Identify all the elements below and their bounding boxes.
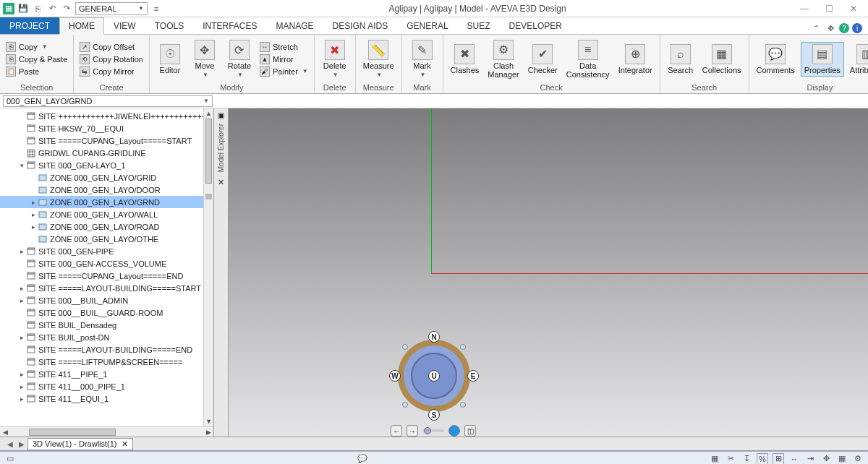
tree-node[interactable]: SITE HKSW_70__EQUI <box>0 122 213 134</box>
stretch-button[interactable]: ↔Stretch <box>258 41 310 53</box>
scroll-down-icon[interactable]: ▼ <box>204 416 213 426</box>
editor-button[interactable]: ☉Editor <box>154 43 186 76</box>
tab-developer[interactable]: DEVELOPER <box>500 17 571 34</box>
tab-tools[interactable]: TOOLS <box>145 17 193 34</box>
layout-icon[interactable]: ✥ <box>825 22 836 34</box>
scroll-grip[interactable] <box>205 194 212 199</box>
status-tool-6-icon[interactable]: ↔ <box>788 453 800 465</box>
tab-general[interactable]: GENERAL <box>397 17 457 34</box>
compass-west[interactable]: W <box>389 370 401 382</box>
tree-node[interactable]: ▸ SITE 411__PIPE_1 <box>0 368 213 380</box>
copy-button[interactable]: ⎘Copy▼ <box>4 41 69 53</box>
data-consistency-button[interactable]: ≡Data Consistency <box>563 38 613 80</box>
tab-home[interactable]: HOME <box>59 17 104 35</box>
tree-node[interactable]: ▸ SITE 411__000_PIPE_1 <box>0 380 213 392</box>
tab-suez[interactable]: SUEZ <box>458 17 500 34</box>
status-tool-5-icon[interactable]: ⊞ <box>773 453 784 465</box>
tree-expand-icon[interactable]: ▸ <box>17 371 26 378</box>
scroll-up-icon[interactable]: ▲ <box>204 108 213 119</box>
tree-node[interactable]: ZONE 000_GEN_LAYO/GRID <box>0 171 213 184</box>
collections-button[interactable]: ▦Collections <box>699 43 744 76</box>
status-settings-icon[interactable]: ⚙ <box>852 453 864 465</box>
tree-expand-icon[interactable]: ▸ <box>29 199 38 206</box>
tree-node[interactable]: ▸ ZONE 000_GEN_LAYO/WALL <box>0 208 213 220</box>
nav-prev-icon[interactable]: ← <box>391 425 402 437</box>
compass-handle-nw[interactable] <box>402 344 408 350</box>
tree-node[interactable]: ▸ SITE =====LAYOUT-BUILDING=====START <box>0 282 213 294</box>
tree-node[interactable]: ▸ ZONE 000_GEN_LAYO/GRND <box>0 196 213 208</box>
tree-node[interactable]: GRIDWL CUPANG-GRIDLINE <box>0 147 213 159</box>
status-messages-icon[interactable]: ▭ <box>4 453 16 465</box>
paste-button[interactable]: 📋Paste <box>4 66 69 77</box>
app-menu-icon[interactable]: ▦ <box>3 3 14 14</box>
tab-interfaces[interactable]: INTERFACES <box>193 17 266 34</box>
tree-node[interactable]: ▸ ZONE 000_GEN_LAYO/ROAD <box>0 220 213 233</box>
tree-horizontal-scrollbar[interactable]: ◀ ▶ <box>0 426 213 437</box>
compass-east[interactable]: E <box>467 370 479 382</box>
compass-handle-ne[interactable] <box>460 344 466 350</box>
tree-expand-icon[interactable]: ▸ <box>17 285 26 292</box>
discipline-dropdown[interactable]: GENERAL ▼ <box>75 2 148 15</box>
status-tool-1-icon[interactable]: ▦ <box>709 453 720 465</box>
status-tool-8-icon[interactable]: ✥ <box>820 453 832 465</box>
tree-node[interactable]: SITE 000__BUIL__GUARD-ROOM <box>0 306 213 319</box>
tree-expand-icon[interactable]: ▾ <box>17 162 26 169</box>
scroll-thumb[interactable] <box>205 119 212 184</box>
tree-node[interactable]: SITE 000_GEN-ACCESS_VOLUME <box>0 257 213 270</box>
savework-icon[interactable]: ⎘ <box>32 3 43 14</box>
undo-icon[interactable]: ↶ <box>46 3 58 14</box>
panel-close-icon[interactable]: ✕ <box>218 178 224 187</box>
tree-expand-icon[interactable]: ▸ <box>17 334 26 341</box>
search-button[interactable]: ⌕Search <box>665 43 697 76</box>
delete-button[interactable]: ✖Delete▼ <box>319 38 351 80</box>
compass-north[interactable]: N <box>428 331 440 343</box>
tree-expand-icon[interactable]: ▸ <box>17 383 26 390</box>
tree-node[interactable]: ▸ SITE 000_GEN-PIPE <box>0 245 213 257</box>
redo-icon[interactable]: ↷ <box>61 3 72 14</box>
status-tool-9-icon[interactable]: ▦ <box>836 453 848 465</box>
nav-slider[interactable] <box>422 429 444 432</box>
tab-scroll-right-icon[interactable]: ▶ <box>16 440 27 448</box>
3d-viewport[interactable]: U N S E W ← → 🌐 ◫ <box>229 108 868 437</box>
tree-expand-icon[interactable]: ▸ <box>29 223 38 231</box>
tab-close-icon[interactable]: ✕ <box>122 439 128 449</box>
qat-customize-icon[interactable]: ≡ <box>150 3 162 14</box>
view-tab[interactable]: 3D View(1) - Drawlist(1) ✕ <box>27 438 133 450</box>
compass-handle-sw[interactable] <box>402 402 408 408</box>
tab-design aids[interactable]: DESIGN AIDS <box>323 17 398 34</box>
globe-icon[interactable]: 🌐 <box>448 425 460 437</box>
scroll-thumb[interactable] <box>29 429 116 436</box>
minimize-button[interactable]: — <box>797 4 812 14</box>
collapse-ribbon-icon[interactable]: ⌃ <box>810 22 822 34</box>
painter-button[interactable]: 🖌Painter▼ <box>258 66 310 77</box>
tree-node[interactable]: ZONE 000_GEN_LAYO/DOOR <box>0 184 213 196</box>
save-icon[interactable]: 💾 <box>17 3 29 14</box>
compass-center[interactable]: U <box>411 353 457 399</box>
tab-view[interactable]: VIEW <box>104 17 145 34</box>
compass-handle-se[interactable] <box>460 402 466 408</box>
tab-project[interactable]: PROJECT <box>0 17 59 34</box>
clash-manager-button[interactable]: ⚙Clash Manager <box>485 38 522 80</box>
tree-node[interactable]: SITE =====CUPANG_Layout=====END <box>0 270 213 282</box>
cube-icon[interactable]: ◫ <box>464 425 476 437</box>
tree-node[interactable]: SITE BUIL_Densadeg <box>0 319 213 331</box>
scroll-right-icon[interactable]: ▶ <box>203 429 213 436</box>
checker-button[interactable]: ✔Checker <box>525 43 561 76</box>
tree-expand-icon[interactable]: ▸ <box>17 248 26 255</box>
copy-paste-button[interactable]: ⎘Copy & Paste <box>4 53 69 65</box>
mirror-button[interactable]: ▲Mirror <box>258 53 310 65</box>
properties-button[interactable]: ▤Properties <box>801 42 844 77</box>
maximize-button[interactable]: ☐ <box>822 4 836 14</box>
side-panel-label[interactable]: Model Explorer <box>217 124 225 172</box>
attributes-button[interactable]: ▥Attributes <box>847 43 868 76</box>
panel-pin-icon[interactable]: ▣ <box>218 111 224 119</box>
copy-rotation-button[interactable]: ⟲Copy Rotation <box>78 53 145 65</box>
model-tree[interactable]: SITE ++++++++++++JIWENLEI++++++++++++ SI… <box>0 108 213 424</box>
tree-node[interactable]: ▸ SITE BUIL_post-DN <box>0 331 213 343</box>
status-tool-3-icon[interactable]: ↧ <box>741 453 752 465</box>
info-icon[interactable]: i <box>852 23 862 33</box>
tree-node[interactable]: SITE =====LAYOUT-BUILDING=====END <box>0 343 213 356</box>
move-button[interactable]: ✥Move▼ <box>189 38 221 80</box>
view-compass[interactable]: U N S E W <box>391 332 477 419</box>
tree-node[interactable]: SITE =====LIFTPUMP&SCREEN===== <box>0 356 213 368</box>
